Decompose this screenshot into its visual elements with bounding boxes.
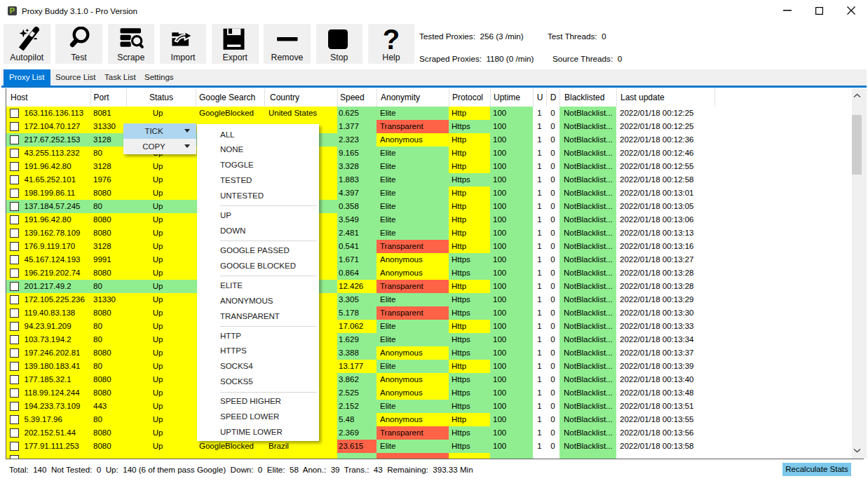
svg-text:?: ?	[383, 27, 400, 52]
